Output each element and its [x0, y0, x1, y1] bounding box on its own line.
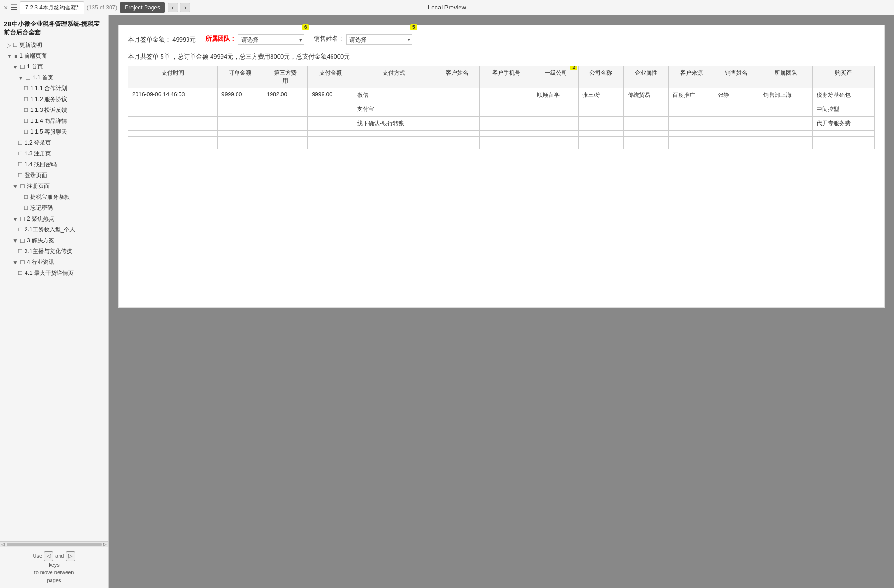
cell-companyType [623, 131, 669, 137]
sidebar-item-home-sub[interactable]: ▼ ☐ 1.1 首页 [0, 72, 108, 83]
hscroll-right-icon[interactable]: ▷ [103, 542, 107, 547]
nav-hint-pages-text: pages [4, 577, 104, 585]
cell-team [759, 117, 812, 131]
cell-purchaseType: 代开专服务费 [812, 117, 874, 131]
cell-customerName [434, 102, 480, 117]
sidebar-item-home-section[interactable]: ▼ ☐ 1 首页 [0, 61, 108, 72]
doc-icon: ☐ [18, 270, 23, 276]
sidebar-item-label: 2 聚焦热点 [27, 215, 54, 223]
doc-icon: ☐ [18, 151, 23, 157]
nav-prev-button[interactable]: ‹ [168, 3, 178, 12]
sales-select-wrap: 请选择 ▾ [346, 34, 412, 45]
nav-hint-and: and [55, 552, 64, 560]
expand-icon: ▷ [7, 42, 11, 49]
sidebar-item-update[interactable]: ▷ ☐ 更新说明 [0, 40, 108, 51]
cell-customerPhone [479, 143, 533, 149]
toggle-icon: ▼ [7, 53, 12, 60]
sidebar-item-findpwd[interactable]: ☐ 1.4 找回密码 [0, 159, 108, 170]
cell-payTime [128, 143, 218, 149]
cell-companyType [623, 143, 669, 149]
sidebar-item-coop[interactable]: ☐ 1.1.1 合作计划 [0, 83, 108, 94]
cell-orderAmount [218, 117, 263, 131]
sales-badge: 5 [410, 24, 417, 30]
toggle-icon: ▼ [12, 183, 18, 190]
cell-orderAmount [218, 131, 263, 137]
team-badge: 6 [302, 24, 309, 30]
tab-title[interactable]: 7.2.3.4本月签约金额* [20, 1, 84, 14]
cell-salesName [714, 102, 759, 117]
cell-companyType [623, 137, 669, 143]
cell-team [759, 131, 812, 137]
top-bar-left: × ☰ 7.2.3.4本月签约金额* (135 of 307) Project … [4, 1, 299, 14]
folder-icon: ☐ [20, 64, 25, 70]
sidebar-item-regpage[interactable]: ▼ ☐ 注册页面 [0, 181, 108, 192]
cell-customerSource: 百度推广 [669, 88, 714, 102]
sidebar-item-label: 更新说明 [19, 41, 42, 49]
nav-hint-use: Use [33, 552, 43, 560]
sales-select[interactable]: 请选择 [346, 34, 412, 45]
nav-hint-move-text: to move between [4, 569, 104, 577]
th-team: 所属团队 [759, 66, 812, 88]
nav-hint-keys-text: keys [4, 561, 104, 569]
sidebar-item-hotspot[interactable]: ▼ ☐ 2 聚焦热点 [0, 213, 108, 224]
nav-next-button[interactable]: › [180, 3, 190, 12]
sidebar-item-label: 1.2 登录页 [25, 139, 51, 147]
cell-companyType [623, 102, 669, 117]
team-select[interactable]: 请选择 [238, 34, 304, 45]
folder-icon: ☐ [20, 238, 25, 244]
cell-companyName [578, 137, 623, 143]
monthly-amount-group: 本月签单金额： 49999元 [128, 35, 196, 44]
sidebar-item-income[interactable]: ☐ 2.1工资收入型_个人 [0, 224, 108, 235]
cell-purchaseType [812, 143, 874, 149]
cell-primaryCompany [533, 143, 579, 149]
cell-payAmount [308, 102, 353, 117]
cell-purchaseType: 税务筹基础包 [812, 88, 874, 102]
sidebar-item-frontend[interactable]: ▼ ■ 1 前端页面 [0, 51, 108, 61]
sidebar-item-chat[interactable]: ☐ 1.1.5 客服聊天 [0, 127, 108, 137]
sidebar-item-forgotpwd[interactable]: ☐ 忘记密码 [0, 203, 108, 213]
hscroll-thumb[interactable] [7, 543, 102, 546]
folder-icon: ☐ [20, 259, 25, 266]
cell-payTime: 2016-09-06 14:46:53 [128, 88, 218, 102]
sidebar-item-register[interactable]: ☐ 1.3 注册页 [0, 148, 108, 159]
sidebar-item-loginpage[interactable]: ☐ 登录页面 [0, 170, 108, 181]
cell-payTime [128, 117, 218, 131]
folder-icon: ☐ [20, 216, 25, 222]
th-primaryCompany: 一级公司 2 [533, 66, 579, 88]
sidebar-item-label: 1 首页 [27, 63, 43, 71]
sidebar-item-login[interactable]: ☐ 1.2 登录页 [0, 137, 108, 148]
doc-icon: ☐ [24, 194, 28, 200]
menu-icon[interactable]: ☰ [10, 3, 17, 12]
sidebar-item-hotgoods[interactable]: ☐ 4.1 最火干货详情页 [0, 268, 108, 279]
project-pages-button[interactable]: Project Pages [120, 2, 165, 13]
cell-companyName [578, 131, 623, 137]
sidebar-item-solution[interactable]: ▼ ☐ 3 解决方案 [0, 235, 108, 246]
cell-primaryCompany [533, 137, 579, 143]
cell-customerName [434, 117, 480, 131]
sidebar-item-terms[interactable]: ☐ 捷税宝服务条款 [0, 192, 108, 203]
sidebar-item-service[interactable]: ☐ 1.1.2 服务协议 [0, 94, 108, 105]
cell-customerSource [669, 137, 714, 143]
sidebar-hscroll[interactable]: ◁ ▷ [0, 541, 108, 547]
cell-customerPhone [479, 88, 533, 102]
doc-icon: ☐ [18, 172, 23, 179]
sidebar-item-label: 1.1.4 商品详情 [30, 117, 67, 125]
th-payAmount: 支付金额 [308, 66, 353, 88]
hscroll-left-icon[interactable]: ◁ [1, 542, 5, 547]
sidebar-item-streamer[interactable]: ☐ 3.1主播与文化传媒 [0, 246, 108, 257]
close-icon[interactable]: × [4, 4, 8, 11]
sidebar-item-label: 1.1.3 投诉反馈 [30, 106, 67, 114]
cell-salesName [714, 143, 759, 149]
sidebar: 2B中小微企业税务管理系统-捷税宝前台后台全套 ▷ ☐ 更新说明 ▼ ■ 1 前… [0, 15, 109, 588]
cell-team [759, 143, 812, 149]
th-customerPhone: 客户手机号 [479, 66, 533, 88]
sidebar-item-industry[interactable]: ▼ ☐ 4 行业资讯 [0, 257, 108, 268]
sidebar-item-label: 1.1.1 合作计划 [30, 85, 67, 93]
sidebar-item-goods[interactable]: ☐ 1.1.4 商品详情 [0, 116, 108, 127]
sidebar-item-complaint[interactable]: ☐ 1.1.3 投诉反馈 [0, 105, 108, 116]
cell-customerName [434, 88, 480, 102]
toggle-icon: ▼ [12, 64, 18, 70]
toggle-icon: ▼ [12, 216, 18, 222]
cell-thirdFee [263, 102, 308, 117]
cell-customerSource [669, 102, 714, 117]
